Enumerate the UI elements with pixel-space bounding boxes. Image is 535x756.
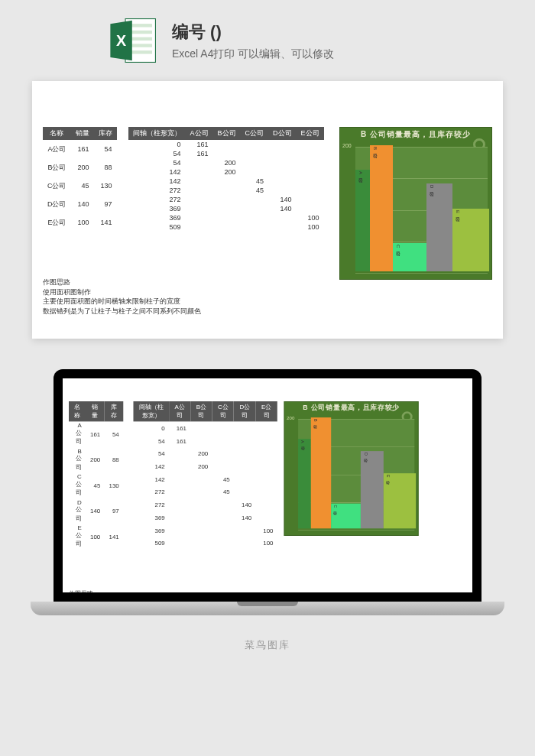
table-cell: 97 — [94, 195, 117, 213]
table-cell: 272 — [128, 186, 186, 195]
page-title: 编号 () — [172, 21, 334, 44]
table-header: C公司 — [241, 127, 269, 140]
table-cell — [212, 511, 234, 524]
table-cell: 272 — [133, 498, 169, 511]
table-cell — [268, 177, 297, 186]
table-cell: 200 — [213, 167, 241, 177]
chart-bar: A公司 — [355, 170, 370, 271]
header-text: 编号 () Excel A4打印 可以编辑、可以修改 — [172, 21, 334, 61]
table-row: 54200 — [133, 447, 277, 460]
table-cell — [255, 460, 277, 473]
table-cell — [186, 167, 213, 177]
table-cell: 161 — [186, 140, 213, 149]
table-cell — [268, 140, 297, 149]
tables-area: 名称销量库存 A公司16154B公司20088C公司45130D公司14097E… — [43, 127, 332, 316]
bar-label: B公司 — [371, 147, 378, 150]
chart-box-2: B 公司销量最高，且库存较少 A公司B公司C公司D公司E公司 200 — [284, 401, 419, 536]
laptop-screen: 名称销量库存 A公司16154B公司20088C公司45130D公司14097E… — [54, 369, 481, 602]
table-row: B公司20088 — [69, 447, 123, 472]
table-cell — [234, 422, 255, 435]
table-cell — [241, 167, 269, 177]
table-cell — [297, 140, 324, 149]
table-cell — [241, 213, 269, 222]
note-line: 主要使用面积图的时间横轴来限制柱子的宽度 — [43, 297, 332, 307]
chart-bar: C公司 — [393, 243, 427, 271]
table-cell: 45 — [212, 473, 234, 486]
table-cell — [234, 447, 255, 460]
note-line: 作图思路 — [43, 277, 332, 287]
table-cell — [169, 511, 190, 524]
table-cell — [212, 498, 234, 511]
table-cell — [169, 447, 190, 460]
svg-rect-5 — [128, 50, 152, 54]
table-cell: E公司 — [69, 524, 86, 550]
bar-label: E公司 — [454, 210, 461, 213]
table-cell: 200 — [86, 447, 104, 472]
table-cell — [213, 195, 241, 204]
chart-plot-area: A公司B公司C公司D公司E公司 — [355, 147, 488, 271]
page-subtitle: Excel A4打印 可以编辑、可以修改 — [172, 47, 334, 61]
table-cell: 509 — [133, 537, 169, 550]
table-cell — [186, 195, 213, 204]
table-cell — [169, 460, 190, 473]
table-header: A公司 — [186, 127, 213, 140]
bar-label: E公司 — [384, 475, 391, 478]
table-header: D公司 — [268, 127, 297, 140]
table-cell — [186, 186, 213, 195]
y-tick-label: 200 — [287, 416, 294, 420]
table-cell — [241, 195, 269, 204]
table-cell — [213, 186, 241, 195]
table-header: B公司 — [213, 127, 241, 140]
table-row: 369140 — [133, 511, 277, 524]
table-cell — [190, 498, 212, 511]
table-cell — [186, 158, 213, 167]
table-cell — [268, 158, 297, 167]
table-cell — [213, 222, 241, 232]
table-cell: 100 — [297, 213, 324, 222]
table-header: 名称 — [43, 127, 71, 140]
table-cell: E公司 — [43, 213, 71, 232]
table-cell: 140 — [71, 195, 94, 213]
table-cell — [212, 447, 234, 460]
table-header: A公司 — [169, 401, 190, 421]
chart-bar: D公司 — [361, 451, 383, 529]
table-cell — [255, 498, 277, 511]
table-cell: 45 — [212, 485, 234, 498]
table-cell — [297, 177, 324, 186]
table-cell — [241, 204, 269, 213]
table-cell: 140 — [234, 511, 255, 524]
table-cell: 140 — [268, 195, 297, 204]
table-cell: 200 — [190, 460, 212, 473]
table-cell — [255, 511, 277, 524]
table-cell: 161 — [169, 422, 190, 435]
table-cell — [255, 473, 277, 486]
table-row: 54200 — [128, 158, 324, 167]
excel-icon: X — [107, 14, 160, 67]
table-cell: 369 — [128, 213, 186, 222]
table-cell — [241, 149, 269, 158]
table-cell: 54 — [133, 447, 169, 460]
chart-bar: C公司 — [331, 504, 361, 529]
table-cell — [268, 186, 297, 195]
table-cell — [186, 213, 213, 222]
table-cell — [190, 473, 212, 486]
table-cell — [234, 460, 255, 473]
svg-rect-3 — [128, 37, 152, 41]
table-row: A公司16154 — [69, 422, 123, 447]
chart-bar: A公司 — [298, 440, 310, 529]
table-cell — [297, 167, 324, 177]
chart-bar: E公司 — [452, 209, 489, 272]
table-cell — [213, 140, 241, 149]
grid-line — [298, 530, 414, 530]
table-cell: 200 — [71, 158, 94, 177]
bar-label: D公司 — [362, 453, 368, 456]
table-row: 369100 — [133, 524, 277, 537]
table-cell — [255, 422, 277, 435]
table-cell — [234, 434, 255, 447]
table-cell — [213, 213, 241, 222]
table-cell — [212, 422, 234, 435]
table-cell — [190, 434, 212, 447]
table-row: 272140 — [133, 498, 277, 511]
table-cell: 140 — [86, 498, 104, 524]
table-cell: 141 — [94, 213, 117, 232]
